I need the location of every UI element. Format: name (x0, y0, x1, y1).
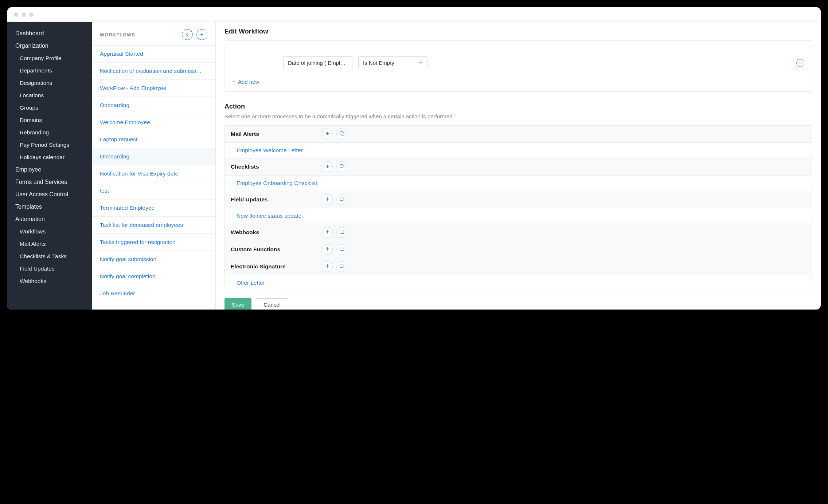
action-group-header: Mail Alerts (225, 126, 812, 142)
plus-icon (325, 164, 330, 170)
criteria-card: Date of joining ( Employe Is Not Empty +… (224, 46, 812, 92)
action-group-title: Custom Functions (231, 246, 322, 253)
nav-item[interactable]: Templates (7, 201, 92, 213)
workflow-item[interactable]: Welcome Employee (92, 114, 215, 131)
action-group-associate-button[interactable] (336, 261, 347, 272)
criteria-row: Date of joining ( Employe Is Not Empty (232, 56, 804, 69)
nav-item[interactable]: Mail Alerts (7, 238, 92, 250)
minus-icon (798, 63, 802, 63)
action-group-header: Field Updates (225, 191, 812, 208)
workflow-item[interactable]: test (92, 182, 215, 200)
nav-item[interactable]: Groups (7, 102, 92, 114)
action-group-add-button[interactable] (322, 244, 333, 255)
action-group-title: Checklists (231, 164, 322, 170)
nav-item[interactable]: User Access Control (7, 188, 92, 201)
workflow-item[interactable]: Notify goal completion (92, 268, 215, 285)
close-icon[interactable] (14, 12, 18, 17)
action-description: Select one or more processes to be autom… (224, 113, 812, 119)
associate-icon (339, 164, 345, 170)
workflows-title: WORKFLOWS (100, 32, 135, 38)
nav-item[interactable]: Locations (7, 89, 92, 102)
workflow-item[interactable]: Notification for Visa Expiry date (92, 165, 215, 182)
svg-rect-14 (340, 230, 343, 233)
plus-icon (325, 229, 330, 236)
workflow-item[interactable]: Job Reminder (92, 285, 215, 302)
workflow-item[interactable]: Onboarding (92, 97, 215, 114)
plus-icon (325, 263, 330, 270)
plus-icon: + (232, 79, 236, 85)
criteria-operator-value: Is Not Empty (363, 60, 394, 66)
workflow-item[interactable]: Notify goal submission (92, 251, 215, 268)
nav-item[interactable]: Rebranding (7, 126, 92, 139)
nav-item[interactable]: Checklists & Tasks (7, 250, 92, 263)
action-item[interactable]: Employee Onboarding Checklist (225, 175, 812, 191)
action-group-associate-button[interactable] (336, 194, 347, 205)
app-window: DashboardOrganizationCompany ProfileDepa… (7, 7, 821, 310)
workflow-item[interactable]: Onboarding (92, 148, 215, 165)
plus-icon (325, 131, 330, 138)
action-group-title: Electronic Signature (231, 263, 322, 270)
add-criteria-button[interactable]: + Add new (232, 79, 804, 85)
associate-icon (339, 229, 345, 236)
action-group-add-button[interactable] (322, 227, 333, 238)
criteria-operator-select[interactable]: Is Not Empty (358, 56, 427, 69)
save-button[interactable]: Save (224, 298, 251, 310)
action-group-add-button[interactable] (322, 129, 333, 139)
action-group-title: Field Updates (231, 196, 322, 203)
nav-item[interactable]: Employee (7, 164, 92, 176)
chevron-down-icon (418, 60, 423, 66)
workflow-item[interactable]: Task list for deceased employees (92, 217, 215, 234)
nav-item[interactable]: Domains (7, 114, 92, 126)
titlebar (7, 7, 821, 22)
action-group-associate-button[interactable] (336, 161, 347, 172)
action-item[interactable]: Employee Welcome Letter (225, 142, 812, 158)
associate-icon (339, 131, 345, 138)
nav-item[interactable]: Departments (7, 64, 92, 77)
nav-item[interactable]: Pay Period Settings (7, 139, 92, 151)
workflows-back-button[interactable] (182, 29, 193, 40)
cancel-button[interactable]: Cancel (256, 298, 288, 310)
criteria-remove-button[interactable] (796, 59, 804, 67)
workflow-item[interactable]: Tasks triggered for resignation (92, 234, 215, 251)
workflow-item[interactable]: Appraisal Started (92, 46, 215, 63)
action-item[interactable]: New Joinee status update (225, 208, 812, 224)
plus-icon (325, 196, 330, 203)
nav-item[interactable]: Dashboard (7, 27, 92, 40)
maximize-icon[interactable] (29, 12, 34, 17)
action-group-add-button[interactable] (322, 261, 333, 272)
workflow-item[interactable]: Notification of evaluation and submissi… (92, 63, 215, 80)
action-group-header: Checklists (225, 158, 812, 175)
minimize-icon[interactable] (22, 12, 26, 17)
nav-item[interactable]: Webhooks (7, 275, 92, 287)
add-criteria-label: Add new (238, 79, 259, 85)
workflow-item[interactable]: WorkFlow - Add Employee (92, 80, 215, 97)
workflow-item[interactable]: Terminated Employee (92, 200, 215, 217)
action-group-associate-button[interactable] (336, 244, 347, 255)
action-group-add-button[interactable] (322, 161, 333, 172)
action-group-associate-button[interactable] (336, 129, 347, 139)
action-groups: Mail AlertsEmployee Welcome LetterCheckl… (224, 125, 812, 291)
workflows-header: WORKFLOWS (92, 22, 215, 46)
nav-item[interactable]: Company Profile (7, 52, 92, 64)
workflow-item[interactable]: Laptop request (92, 131, 215, 148)
action-group-associate-button[interactable] (336, 227, 347, 238)
nav-item[interactable]: Forms and Services (7, 176, 92, 188)
nav-item[interactable]: Organization (7, 40, 92, 52)
criteria-field-input[interactable]: Date of joining ( Employe (283, 56, 352, 69)
action-group-header: Webhooks (225, 224, 812, 241)
associate-icon (339, 196, 345, 203)
svg-rect-8 (340, 164, 343, 168)
nav-item[interactable]: Field Updates (7, 263, 92, 275)
action-group-title: Mail Alerts (231, 131, 322, 137)
plus-icon (325, 246, 330, 253)
nav-item[interactable]: Holidays calendar (7, 151, 92, 164)
nav-item[interactable]: Designations (7, 77, 92, 89)
svg-rect-2 (798, 63, 802, 63)
action-item[interactable]: Offer Letter (225, 275, 812, 291)
nav-item[interactable]: Workflows (7, 225, 92, 238)
svg-rect-20 (340, 264, 343, 267)
action-group-add-button[interactable] (322, 194, 333, 205)
workflows-add-button[interactable] (196, 29, 207, 40)
nav-item[interactable]: Automation (7, 213, 92, 225)
page-title: Edit Workflow (224, 28, 812, 41)
